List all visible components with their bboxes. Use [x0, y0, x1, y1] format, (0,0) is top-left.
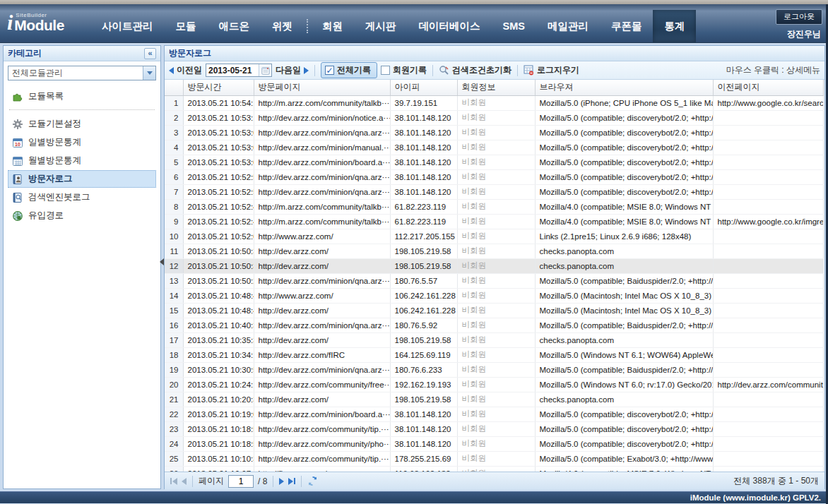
nav-item-site-manage[interactable]: 사이트관리: [90, 10, 165, 42]
member-info-cell: 비회원: [457, 377, 535, 392]
nav-item-database[interactable]: 데이터베이스: [408, 10, 492, 42]
sidebar-item-module-settings[interactable]: 모듈기본설정: [8, 115, 156, 133]
table-row[interactable]: 102013.05.21 10:52:00http://www.arzz.com…: [165, 229, 823, 244]
browser-cell: Mozilla/5.0 (compatible; discoverybot/2.…: [535, 155, 713, 169]
refresh-icon[interactable]: [307, 476, 318, 486]
browser-cell: Mozilla/5.0 (Macintosh; Intel Mac OS X 1…: [535, 288, 713, 303]
ip-cell: 38.101.148.120: [390, 436, 457, 451]
referrer-cell: http://www.google.co.kr/search: [713, 95, 823, 110]
checkbox-unchecked-icon[interactable]: [381, 66, 390, 75]
next-day-button[interactable]: 다음일: [276, 64, 309, 76]
row-number-cell: 22: [165, 407, 183, 421]
sidebar-item-daily-visit-stats[interactable]: 10일별방문통계: [8, 133, 156, 151]
nav-item-board[interactable]: 게시판: [354, 10, 408, 42]
nav-item-couponmall[interactable]: 쿠폰몰: [600, 10, 653, 42]
table-row[interactable]: 222013.05.21 10:19:05http://dev.arzz.com…: [165, 407, 823, 421]
sidebar-item-module-list[interactable]: 모듈목록: [8, 88, 156, 105]
member-info-cell: 비회원: [457, 184, 535, 199]
table-row[interactable]: 82013.05.21 10:52:43http://m.arzz.com/co…: [165, 199, 823, 214]
toolbar-divider: [432, 65, 433, 76]
member-info-cell: 비회원: [457, 318, 535, 332]
column-header-4[interactable]: 브라우져: [535, 80, 713, 95]
visit-page-cell: http://dev.arzz.com/minion/qna.arz···: [254, 362, 390, 377]
visit-time-cell: 2013.05.21 10:30:53: [183, 362, 254, 377]
browser-cell: Mozilla/5.0 (compatible; discoverybot/2.…: [535, 436, 713, 451]
next-page-button[interactable]: [279, 478, 284, 485]
clear-log-button[interactable]: 로그지우기: [524, 64, 579, 76]
reset-search-button[interactable]: 검색조건초기화: [439, 64, 511, 76]
column-header-3[interactable]: 회원정보: [457, 80, 535, 95]
prev-day-button[interactable]: 이전일: [169, 64, 202, 76]
referrer-cell: [713, 288, 823, 303]
last-page-button[interactable]: [288, 478, 295, 485]
column-header-1[interactable]: 방문페이지: [254, 80, 390, 95]
nav-item-mail[interactable]: 메일관리: [536, 10, 600, 42]
sidebar-item-visitor-log[interactable]: 방문자로그: [8, 170, 156, 188]
table-row[interactable]: 72013.05.21 10:52:54http://dev.arzz.com/…: [165, 184, 823, 199]
logo-sitebuilder-text: SiteBuilder: [16, 12, 64, 18]
browser-cell: Mozilla/5.0 (iPhone; CPU iPhone OS 5_1 l…: [535, 95, 713, 110]
browser-cell: Mozilla/5.0 (Macintosh; Intel Mac OS X 1…: [535, 303, 713, 318]
browser-cell: Links (2.1pre15; Linux 2.6.9 i686; 128x4…: [535, 229, 713, 244]
table-row[interactable]: 132013.05.21 10:50:23http://dev.arzz.com…: [165, 273, 823, 288]
table-row[interactable]: 262013.05.21 10:07:10http://firc.arzz.co…: [165, 466, 823, 472]
table-row[interactable]: 202013.05.21 10:24:12http://dev.arzz.com…: [165, 377, 823, 392]
referrer-cell: [713, 229, 823, 244]
nav-item-member[interactable]: 회원: [311, 10, 354, 42]
checkbox-checked-icon[interactable]: [325, 66, 334, 75]
table-row[interactable]: 162013.05.21 10:40:38http://dev.arzz.com…: [165, 318, 823, 332]
module-select-dropdown[interactable]: 전체모듈관리: [8, 66, 156, 80]
prev-day-arrow-icon: [169, 67, 174, 74]
nav-item-module[interactable]: 모듈: [165, 10, 208, 42]
sidebar-collapse-button[interactable]: «: [144, 48, 156, 59]
splitter-collapse-arrow[interactable]: [160, 258, 164, 265]
table-row[interactable]: 242013.05.21 10:18:56http://dev.arzz.com…: [165, 436, 823, 451]
table-row[interactable]: 112013.05.21 10:50:39http://dev.arzz.com…: [165, 244, 823, 258]
sidebar-item-searchbot-log[interactable]: 검색엔진봇로그: [8, 188, 156, 206]
table-row[interactable]: 192013.05.21 10:30:53http://dev.arzz.com…: [165, 362, 823, 377]
right-click-hint: 마우스 우클릭 : 상세메뉴: [726, 64, 820, 76]
column-header-5[interactable]: 이전페이지: [713, 80, 823, 95]
date-input[interactable]: [206, 66, 259, 76]
chevron-down-icon[interactable]: [143, 66, 155, 80]
table-row[interactable]: 12013.05.21 10:54:18http://m.arzz.com/co…: [165, 95, 823, 110]
nav-item-stats[interactable]: 통계: [653, 10, 696, 42]
table-row[interactable]: 32013.05.21 10:53:05http://dev.arzz.com/…: [165, 125, 823, 140]
all-records-toggle[interactable]: 전체기록: [321, 62, 377, 78]
nav-item-widget[interactable]: 위젯: [261, 10, 304, 42]
sidebar-item-monthly-visit-stats[interactable]: 월별방문통계: [8, 152, 156, 169]
referrer-cell: [713, 347, 823, 362]
sidebar-item-label: 모듈목록: [28, 90, 64, 102]
prev-page-button[interactable]: [182, 478, 187, 485]
imodule-logo[interactable]: i SiteBuilder Module: [7, 12, 64, 32]
table-row[interactable]: 212013.05.21 10:20:36http://dev.arzz.com…: [165, 392, 823, 407]
table-row[interactable]: 152013.05.21 10:48:45http://dev.arzz.com…: [165, 303, 823, 318]
table-row[interactable]: 42013.05.21 10:53:01http://dev.arzz.com/…: [165, 140, 823, 155]
logout-button[interactable]: 로그아웃: [776, 9, 822, 25]
nav-item-addon[interactable]: 애드온: [208, 10, 261, 42]
table-row[interactable]: 172013.05.21 10:35:37http://dev.arzz.com…: [165, 332, 823, 347]
column-header-0[interactable]: 방문시간: [183, 80, 254, 95]
page-number-input[interactable]: [228, 475, 254, 488]
table-row[interactable]: 92013.05.21 10:52:41http://m.arzz.com/co…: [165, 214, 823, 229]
table-row[interactable]: 62013.05.21 10:52:56http://dev.arzz.com/…: [165, 169, 823, 184]
calendar-icon[interactable]: [259, 64, 271, 76]
row-number-cell: 8: [165, 199, 183, 214]
first-page-button[interactable]: [170, 478, 177, 485]
table-row[interactable]: 52013.05.21 10:53:00http://dev.arzz.com/…: [165, 155, 823, 169]
visit-time-cell: 2013.05.21 10:50:39: [183, 244, 254, 258]
table-row[interactable]: 182013.05.21 10:34:15http://dev.arzz.com…: [165, 347, 823, 362]
ip-cell: 61.82.223.119: [390, 199, 457, 214]
sidebar-item-inflow-path[interactable]: 유입경로: [8, 207, 156, 224]
table-row[interactable]: 252013.05.21 10:10:30http://dev.arzz.com…: [165, 451, 823, 466]
table-row[interactable]: 232013.05.21 10:18:59http://dev.arzz.com…: [165, 421, 823, 436]
top-navbar: i SiteBuilder Module 사이트관리모듈애드온위젯회원게시판데이…: [0, 4, 828, 43]
pagination-divider: [192, 476, 193, 487]
column-header-2[interactable]: 아이피: [390, 80, 457, 95]
ip-cell: 180.76.6.233: [390, 362, 457, 377]
table-row[interactable]: 122013.05.21 10:50:38http://dev.arzz.com…: [165, 258, 823, 273]
table-row[interactable]: 142013.05.21 10:48:45http://www.arzz.com…: [165, 288, 823, 303]
table-row[interactable]: 22013.05.21 10:53:10http://dev.arzz.com/…: [165, 110, 823, 125]
nav-item-sms[interactable]: SMS: [492, 10, 536, 42]
member-records-toggle[interactable]: 회원기록: [381, 64, 427, 76]
